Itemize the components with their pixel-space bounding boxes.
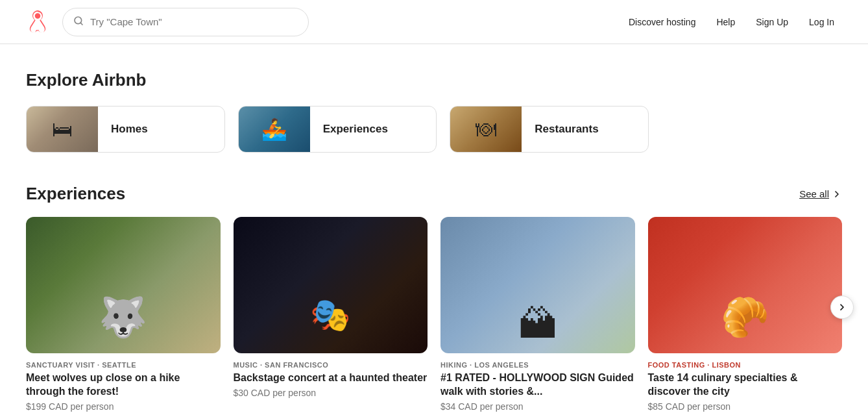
experience-card-3[interactable]: HIKING · LOS ANGELES #1 RATED - HOLLYWOO…	[440, 217, 635, 412]
help-link[interactable]: Help	[708, 12, 743, 32]
next-arrow-button[interactable]	[830, 295, 854, 319]
category-homes[interactable]: Homes	[26, 106, 225, 153]
exp-image-4	[648, 217, 843, 353]
see-all-link[interactable]: See all	[799, 188, 842, 199]
login-link[interactable]: Log In	[801, 12, 842, 32]
experiences-image	[239, 106, 310, 152]
main-content: Explore Airbnb Homes Experiences Restaur…	[0, 44, 868, 412]
exp-image-3	[440, 217, 635, 353]
discover-hosting-link[interactable]: Discover hosting	[621, 12, 704, 32]
experiences-row: SANCTUARY VISIT · SEATTLE Meet wolves up…	[26, 217, 842, 412]
exp-price-4: $85 CAD per person	[648, 401, 843, 412]
see-all-text: See all	[799, 188, 829, 199]
restaurants-image	[450, 106, 522, 152]
exp-title-1: Meet wolves up close on a hike through t…	[26, 371, 221, 399]
exp-price-2: $30 CAD per person	[234, 388, 428, 398]
experience-card-2[interactable]: MUSIC · SAN FRANCISCO Backstage concert …	[234, 217, 428, 412]
exp-category-1: SANCTUARY VISIT · SEATTLE	[26, 361, 221, 369]
exp-category-2: MUSIC · SAN FRANCISCO	[234, 361, 428, 369]
signup-link[interactable]: Sign Up	[748, 12, 796, 32]
header: Discover hosting Help Sign Up Log In	[0, 0, 868, 44]
experiences-header: Experiences See all	[26, 184, 842, 204]
exp-title-4: Taste 14 culinary specialties & discover…	[648, 371, 843, 399]
exp-price-3: $34 CAD per person	[440, 401, 635, 412]
airbnb-logo[interactable]	[26, 9, 49, 35]
explore-title: Explore Airbnb	[26, 70, 842, 90]
category-experiences[interactable]: Experiences	[238, 106, 437, 153]
header-nav: Discover hosting Help Sign Up Log In	[621, 12, 842, 32]
search-bar[interactable]	[62, 8, 309, 36]
category-grid: Homes Experiences Restaurants	[26, 106, 649, 153]
search-input[interactable]	[90, 16, 298, 27]
experiences-label: Experiences	[310, 123, 401, 136]
chevron-right-icon	[832, 189, 842, 199]
experience-card-4[interactable]: FOOD TASTING · LISBON Taste 14 culinary …	[648, 217, 843, 412]
exp-price-1: $199 CAD per person	[26, 401, 221, 412]
exp-title-2: Backstage concert at a haunted theater	[234, 371, 428, 385]
explore-section: Explore Airbnb Homes Experiences Restaur…	[26, 70, 842, 153]
exp-image-1	[26, 217, 221, 353]
search-icon	[73, 16, 84, 29]
exp-image-2	[234, 217, 428, 353]
homes-label: Homes	[98, 123, 161, 136]
restaurants-label: Restaurants	[522, 123, 611, 136]
homes-image	[27, 106, 98, 152]
experiences-title: Experiences	[26, 184, 125, 204]
exp-category-3: HIKING · LOS ANGELES	[440, 361, 635, 369]
exp-category-4: FOOD TASTING · LISBON	[648, 361, 843, 369]
category-restaurants[interactable]: Restaurants	[450, 106, 649, 153]
experiences-section: Experiences See all SANCTUARY VISIT · SE…	[26, 184, 842, 412]
svg-line-1	[80, 23, 82, 25]
header-left	[26, 8, 309, 36]
exp-title-3: #1 RATED - HOLLYWOOD SIGN Guided walk wi…	[440, 371, 635, 399]
experience-card-1[interactable]: SANCTUARY VISIT · SEATTLE Meet wolves up…	[26, 217, 221, 412]
